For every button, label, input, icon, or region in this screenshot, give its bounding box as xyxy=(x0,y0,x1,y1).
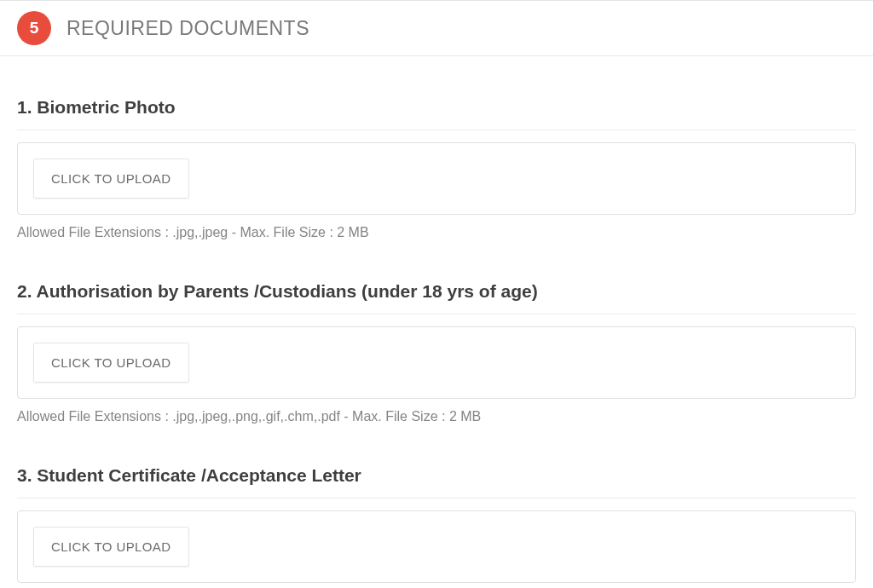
section-header: 5 REQUIRED DOCUMENTS xyxy=(0,0,873,56)
document-title: 3. Student Certificate /Acceptance Lette… xyxy=(17,465,856,486)
upload-button[interactable]: CLICK TO UPLOAD xyxy=(33,527,189,567)
document-block-student-certificate: 3. Student Certificate /Acceptance Lette… xyxy=(17,465,856,583)
upload-area: CLICK TO UPLOAD xyxy=(17,142,856,215)
upload-button[interactable]: CLICK TO UPLOAD xyxy=(33,159,189,199)
divider xyxy=(17,130,856,130)
upload-area: CLICK TO UPLOAD xyxy=(17,326,856,399)
file-hint: Allowed File Extensions : .jpg,.jpeg,.pn… xyxy=(17,409,856,424)
upload-button[interactable]: CLICK TO UPLOAD xyxy=(33,343,189,383)
divider xyxy=(17,498,856,499)
document-title: 1. Biometric Photo xyxy=(17,97,856,118)
upload-area: CLICK TO UPLOAD xyxy=(17,510,856,583)
file-hint: Allowed File Extensions : .jpg,.jpeg - M… xyxy=(17,225,856,240)
document-title: 2. Authorisation by Parents /Custodians … xyxy=(17,281,856,302)
divider xyxy=(17,314,856,314)
content-area: 1. Biometric Photo CLICK TO UPLOAD Allow… xyxy=(0,97,873,583)
document-block-authorisation: 2. Authorisation by Parents /Custodians … xyxy=(17,281,856,424)
document-block-biometric-photo: 1. Biometric Photo CLICK TO UPLOAD Allow… xyxy=(17,97,856,240)
step-number: 5 xyxy=(30,19,39,37)
section-title: REQUIRED DOCUMENTS xyxy=(66,17,309,40)
step-number-badge: 5 xyxy=(17,11,51,45)
